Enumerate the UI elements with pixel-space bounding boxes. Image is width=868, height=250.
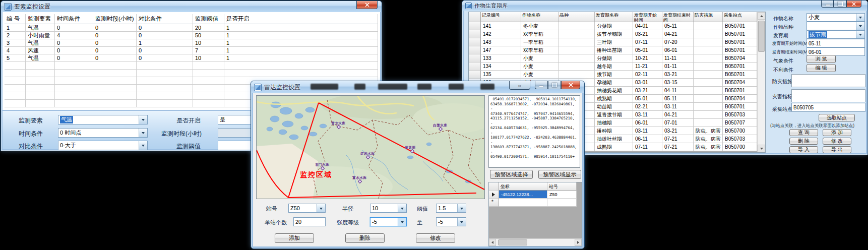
column-header[interactable]: 坐标: [499, 182, 547, 191]
warning-area-grid[interactable]: 坐标 站号 -45122.12238... Z50 *: [488, 182, 582, 246]
compare-condition-combo[interactable]: 0-大于: [58, 141, 148, 150]
edit-button[interactable]: 编 辑: [807, 64, 836, 72]
modify-button[interactable]: 修 改: [823, 138, 851, 145]
cell[interactable]: [547, 199, 577, 207]
table-row[interactable]: 2小时雨量400501: [5, 32, 378, 39]
row-header[interactable]: [469, 22, 481, 30]
dropdown-button[interactable]: [398, 204, 406, 212]
minimize-button[interactable]: [535, 81, 548, 89]
query-button[interactable]: 查 询: [789, 129, 818, 136]
dropdown-button[interactable]: [317, 204, 325, 212]
row-header[interactable]: [469, 30, 481, 38]
row-header[interactable]: [469, 46, 481, 54]
row-header[interactable]: [469, 38, 481, 46]
column-header[interactable]: 记录编号: [481, 12, 521, 22]
coordinates-textarea[interactable]: 05491.0172034571, 905914.1011754110, 634…: [488, 95, 580, 168]
threshold-combo[interactable]: 1.5: [436, 204, 466, 213]
row-header[interactable]: *: [489, 199, 499, 207]
table-row[interactable]: 147双季早稻播种出苗期05-0106-01B050701: [469, 46, 765, 54]
column-header[interactable]: 监测要素: [26, 14, 55, 24]
stage-combo[interactable]: 拔节期: [807, 30, 865, 39]
scroll-left-button[interactable]: [489, 239, 496, 246]
cell[interactable]: Z50: [547, 191, 577, 199]
maximize-button[interactable]: [834, 1, 846, 8]
time-condition-combo[interactable]: 0 时间点: [58, 128, 148, 138]
dropdown-button[interactable]: [457, 204, 466, 212]
vertical-scrollbar[interactable]: [757, 12, 765, 152]
column-header[interactable]: 站号: [547, 182, 577, 191]
table-row[interactable]: 134小麦越冬期11-2101-11B050701: [469, 62, 765, 71]
delete-button[interactable]: 删除: [345, 233, 385, 243]
add-button[interactable]: 添加: [275, 233, 314, 243]
table-row[interactable]: 135小麦拔节期02-1103-21B050701: [469, 71, 765, 79]
table-row[interactable]: 143一季早稻三叶期07-1107-20B050701: [469, 38, 765, 46]
indicator-textarea[interactable]: [791, 89, 865, 102]
station-no-combo[interactable]: Z50: [288, 204, 326, 213]
horizontal-scrollbar[interactable]: [489, 238, 582, 246]
column-header[interactable]: 防灾措施: [694, 12, 723, 22]
close-button[interactable]: [356, 1, 378, 9]
titlebar[interactable]: 作物生育期库: [462, 1, 867, 11]
dropdown-button[interactable]: [856, 14, 864, 21]
count-field[interactable]: 20: [293, 217, 326, 226]
table-row[interactable]: 142双季早稻拔节孕穗期03-2104-21B050701: [469, 30, 765, 38]
import-button[interactable]: 导 入: [789, 146, 818, 153]
scroll-up-button[interactable]: [758, 12, 765, 20]
variety-combo[interactable]: [807, 22, 865, 30]
scroll-down-button[interactable]: [758, 145, 765, 152]
table-row[interactable]: 1气温000201: [5, 24, 378, 32]
modify-button[interactable]: 修改: [416, 233, 455, 243]
delete-button[interactable]: 删 除: [789, 138, 818, 145]
column-header[interactable]: 作物名称: [521, 12, 559, 22]
table-row[interactable]: 3气温001101: [5, 39, 378, 47]
add-button[interactable]: 添 加: [823, 129, 851, 136]
column-header[interactable]: 发育期开始时间: [633, 12, 662, 22]
column-header[interactable]: 监测时段(小时): [93, 14, 137, 24]
table-row[interactable]: 141冬小麦分蘖期04-0105-11B050701: [469, 22, 765, 30]
table-row[interactable]: 4风速00071: [5, 47, 378, 54]
table-row[interactable]: -45122.12238... Z50: [489, 191, 582, 199]
stage-start-field[interactable]: 05-11: [807, 39, 865, 47]
close-button[interactable]: [846, 1, 861, 8]
scrollbar-thumb[interactable]: [758, 21, 765, 52]
column-header[interactable]: 采集站点: [723, 12, 757, 22]
warning-area-show-button[interactable]: 预警区域显示: [538, 170, 581, 179]
minimize-button[interactable]: [821, 1, 834, 8]
row-header[interactable]: [469, 62, 481, 71]
column-header[interactable]: 发育期结束时间: [662, 12, 694, 22]
dock-toggle-button[interactable]: ⇔: [509, 81, 530, 90]
row-header[interactable]: [469, 54, 481, 62]
export-button[interactable]: 导 出: [823, 146, 851, 153]
close-button[interactable]: [561, 81, 580, 89]
scrollbar-thumb[interactable]: [498, 239, 527, 245]
scroll-right-button[interactable]: [575, 239, 582, 246]
table-row[interactable]: [5, 70, 378, 77]
dropdown-button[interactable]: [139, 115, 147, 124]
crop-name-combo[interactable]: 小麦: [807, 13, 865, 22]
maximize-button[interactable]: [548, 81, 561, 89]
element-combo[interactable]: 气温: [58, 115, 148, 124]
column-header[interactable]: 时间条件: [55, 14, 93, 24]
table-row[interactable]: *: [489, 199, 582, 207]
table-row[interactable]: [5, 62, 378, 70]
table-row[interactable]: 133小麦分蘖期10-2111-11B050704: [469, 54, 765, 62]
warning-area-select-button[interactable]: 预警区域选择: [490, 170, 533, 179]
column-header[interactable]: 发育期名称: [595, 12, 633, 22]
station-field[interactable]: B050705: [791, 103, 865, 112]
table-row[interactable]: 5气温000101: [5, 54, 378, 62]
radius-combo[interactable]: 10: [370, 204, 407, 213]
titlebar[interactable]: 要素监控设置: [1, 1, 382, 12]
pick-station-button[interactable]: 选取站点: [819, 114, 855, 121]
dropdown-button[interactable]: [139, 141, 147, 150]
browse-button[interactable]: 浏 览: [807, 55, 836, 63]
column-header[interactable]: 编 号: [5, 14, 26, 24]
dropdown-button[interactable]: [139, 129, 147, 137]
row-header[interactable]: [489, 191, 499, 199]
column-header[interactable]: 对比条件: [137, 14, 193, 24]
dropdown-button[interactable]: [398, 218, 406, 226]
column-header[interactable]: 监测阈值: [193, 14, 224, 24]
row-header[interactable]: [469, 71, 481, 79]
to-combo[interactable]: -5: [436, 217, 466, 226]
column-header[interactable]: 是否开启: [224, 14, 378, 24]
cell[interactable]: -45122.12238...: [499, 191, 547, 199]
